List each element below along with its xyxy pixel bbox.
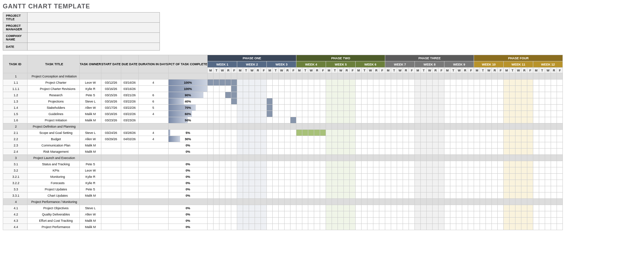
cell-title[interactable]: Project Updates <box>28 186 80 192</box>
cell-due[interactable]: 03/22/26 <box>121 111 138 117</box>
cell-start[interactable]: 03/16/26 <box>101 86 121 92</box>
cell-title[interactable]: Forecasts <box>28 180 80 186</box>
cell-id[interactable]: 3.1 <box>3 161 28 167</box>
cell-due[interactable]: 03/22/26 <box>121 98 138 105</box>
cell-duration[interactable] <box>138 167 168 174</box>
cell-start[interactable] <box>101 205 121 211</box>
cell-pct[interactable]: 100% <box>168 80 208 86</box>
cell-due[interactable] <box>121 149 138 155</box>
cell-pct[interactable]: 90% <box>168 92 208 98</box>
cell-pct[interactable]: 30% <box>168 136 208 142</box>
cell-title[interactable]: Risk Management <box>28 149 80 155</box>
cell-pct[interactable]: 0% <box>168 161 208 167</box>
cell-due[interactable] <box>121 192 138 199</box>
cell-duration[interactable] <box>138 142 168 149</box>
cell-due[interactable]: 03/28/26 <box>121 130 138 136</box>
cell-owner[interactable]: Malik M <box>80 149 101 155</box>
cell-id[interactable]: 2.4 <box>3 149 28 155</box>
cell-owner[interactable]: Kylie R <box>80 174 101 180</box>
cell-title[interactable]: Chart Updates <box>28 192 80 199</box>
cell-pct[interactable]: 60% <box>168 111 208 117</box>
cell-title[interactable]: Research <box>28 92 80 98</box>
cell-owner[interactable]: Kylie R <box>80 86 101 92</box>
cell-due[interactable] <box>121 211 138 218</box>
cell-duration[interactable] <box>138 218 168 224</box>
cell-title[interactable]: Stakeholders <box>28 105 80 111</box>
cell-duration[interactable] <box>138 211 168 218</box>
cell-start[interactable] <box>101 174 121 180</box>
meta-value[interactable] <box>28 33 160 43</box>
cell-id[interactable]: 2.3 <box>3 142 28 149</box>
cell-due[interactable]: 03/21/26 <box>121 92 138 98</box>
cell-duration[interactable]: 4 <box>138 111 168 117</box>
cell-owner[interactable]: Malik M <box>80 224 101 230</box>
cell-start[interactable] <box>101 218 121 224</box>
cell-title[interactable]: Monitoring <box>28 174 80 180</box>
cell-pct[interactable]: 0% <box>168 174 208 180</box>
cell-start[interactable] <box>101 167 121 174</box>
cell-id[interactable]: 1.5 <box>3 111 28 117</box>
cell-duration[interactable] <box>138 205 168 211</box>
cell-due[interactable]: 03/16/26 <box>121 80 138 86</box>
cell-duration[interactable]: 5 <box>138 105 168 111</box>
cell-owner[interactable]: Allen W <box>80 211 101 218</box>
cell-due[interactable]: 04/02/26 <box>121 136 138 142</box>
cell-id[interactable]: 1.2 <box>3 92 28 98</box>
cell-start[interactable] <box>101 192 121 199</box>
cell-id[interactable]: 4.3 <box>3 218 28 224</box>
cell-pct[interactable]: 0% <box>168 180 208 186</box>
cell-pct[interactable]: 0% <box>168 192 208 199</box>
cell-title[interactable]: Project Conception and Initiation <box>28 73 80 80</box>
cell-pct[interactable]: 0% <box>168 149 208 155</box>
cell-title[interactable]: Project Launch and Execution <box>28 155 80 161</box>
cell-title[interactable]: Projections <box>28 98 80 105</box>
cell-id[interactable]: 2.2 <box>3 136 28 142</box>
cell-owner[interactable]: Pete S <box>80 186 101 192</box>
cell-title[interactable]: Project Performance / Monitoring <box>28 199 80 205</box>
cell-id[interactable]: 3 <box>3 155 28 161</box>
cell-owner[interactable]: Malik M <box>80 111 101 117</box>
cell-start[interactable]: 03/29/26 <box>101 136 121 142</box>
cell-duration[interactable]: 6 <box>138 92 168 98</box>
cell-pct[interactable]: 0% <box>168 205 208 211</box>
cell-start[interactable] <box>101 224 121 230</box>
cell-duration[interactable]: 4 <box>138 80 168 86</box>
cell-owner[interactable]: Steve L <box>80 98 101 105</box>
cell-id[interactable]: 1 <box>3 73 28 80</box>
cell-title[interactable]: Project Charter Revisions <box>28 86 80 92</box>
cell-duration[interactable] <box>138 186 168 192</box>
cell-id[interactable]: 3.2.2 <box>3 180 28 186</box>
cell-due[interactable]: 03/16/26 <box>121 86 138 92</box>
cell-owner[interactable]: Pete S <box>80 161 101 167</box>
cell-title[interactable]: KPIs <box>28 167 80 174</box>
cell-id[interactable]: 3.2 <box>3 167 28 174</box>
cell-due[interactable] <box>121 161 138 167</box>
cell-owner[interactable]: Pete S <box>80 92 101 98</box>
cell-owner[interactable]: Allen W <box>80 105 101 111</box>
cell-duration[interactable] <box>138 161 168 167</box>
cell-title[interactable]: Project Definition and Planning <box>28 123 80 130</box>
cell-due[interactable] <box>121 186 138 192</box>
cell-start[interactable]: 03/16/26 <box>101 98 121 105</box>
cell-start[interactable]: 03/23/26 <box>101 117 121 123</box>
cell-pct[interactable]: 70% <box>168 105 208 111</box>
meta-value[interactable] <box>28 43 160 51</box>
cell-pct[interactable]: 0% <box>168 211 208 218</box>
cell-owner[interactable]: Malik M <box>80 218 101 224</box>
cell-id[interactable]: 3.2.1 <box>3 174 28 180</box>
cell-start[interactable]: 03/17/26 <box>101 105 121 111</box>
cell-owner[interactable]: Malik M <box>80 192 101 199</box>
cell-title[interactable]: Status and Tracking <box>28 161 80 167</box>
cell-id[interactable]: 1.6 <box>3 117 28 123</box>
cell-pct[interactable]: 0% <box>168 142 208 149</box>
cell-title[interactable]: Project Initiation <box>28 117 80 123</box>
cell-due[interactable]: 03/23/26 <box>121 117 138 123</box>
cell-duration[interactable]: 4 <box>138 136 168 142</box>
cell-title[interactable]: Communication Plan <box>28 142 80 149</box>
cell-owner[interactable]: Malik M <box>80 117 101 123</box>
cell-start[interactable]: 03/18/26 <box>101 111 121 117</box>
cell-pct[interactable]: 40% <box>168 98 208 105</box>
cell-start[interactable] <box>101 180 121 186</box>
cell-id[interactable]: 4.1 <box>3 205 28 211</box>
cell-due[interactable] <box>121 167 138 174</box>
